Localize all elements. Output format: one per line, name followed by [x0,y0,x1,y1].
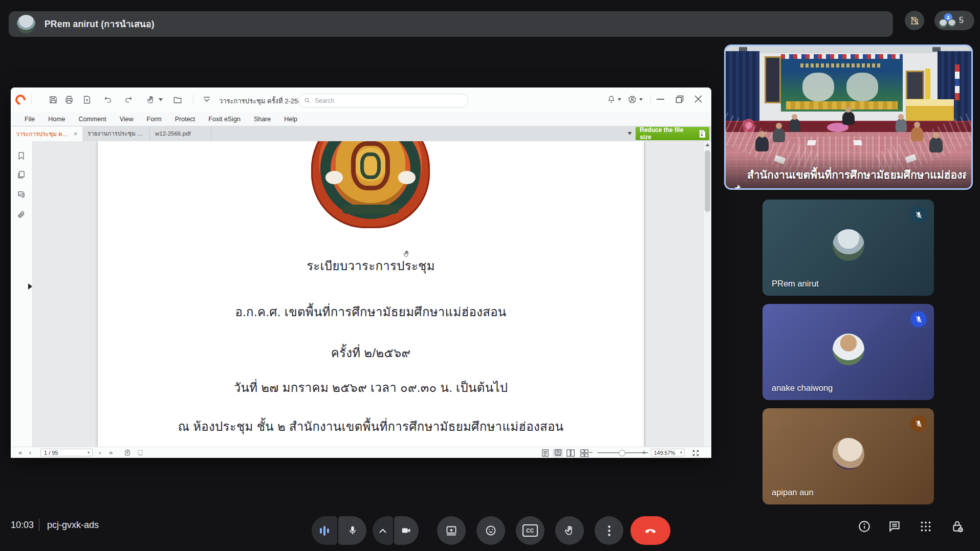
tabbar-caret-icon[interactable] [627,132,632,135]
present-screen-icon [445,524,458,537]
attachments-panel-icon[interactable] [17,210,26,219]
search-input[interactable]: Search [298,94,468,107]
zoom-caret-icon[interactable]: ▾ [680,450,682,455]
print-icon[interactable] [64,95,74,104]
video-tile-apipan-aun[interactable]: apipan aun [763,408,934,504]
menu-home[interactable]: Home [41,116,72,123]
companion-rooms-button[interactable] [905,11,924,30]
facing-view-icon[interactable] [565,449,576,457]
bookmarks-panel-icon[interactable] [17,151,26,160]
mic-toggle-button[interactable] [338,516,366,545]
host-controls-button[interactable] [951,520,964,533]
last-page-button[interactable]: » [109,449,113,456]
presentation-tile-label: สำนักงานเขตพื้นที่การศึกษามัธยมศึกษาแม่ฮ… [747,166,966,183]
menu-file[interactable]: File [18,116,41,123]
pdf-page[interactable]: ระเบียบวาระการประชุม อ.ก.ค.ศ. เขตพื้นที่… [98,141,644,447]
tab-document-2[interactable]: รายงานการประชุม ครั้งที่ 1-... [82,126,150,141]
account-icon[interactable] [628,95,637,104]
open-folder-icon[interactable] [173,95,182,104]
present-screen-button[interactable] [437,516,466,545]
tab-document-1[interactable]: วาระการประชุม ครั้งที่ 2... × [11,126,82,141]
participant-avatar-photo [947,19,956,28]
export-page-icon[interactable] [82,95,92,104]
minimize-button[interactable] [657,99,664,100]
participant-name: anake chaiwong [772,383,833,393]
more-options-button[interactable] [595,516,623,545]
chat-icon [888,520,901,533]
captions-button[interactable]: CC [516,516,545,545]
raise-hand-icon [564,525,575,536]
activities-button[interactable] [919,520,932,533]
hide-toolbar-icon[interactable] [203,96,211,102]
bell-caret-icon[interactable] [618,98,621,101]
next-page-button[interactable]: › [99,449,101,456]
zoom-out-button[interactable]: − [589,448,593,456]
chat-button[interactable] [888,520,901,533]
notification-bell-icon[interactable] [607,95,616,104]
fullscreen-icon[interactable] [690,449,701,457]
video-tile-prem-anirut[interactable]: PRem anirut [763,200,934,296]
doc-venue-line: ณ ห้องประชุม ชั้น ๒ สำนักงานเขตพื้นที่กา… [98,416,644,436]
camera-toggle-button[interactable] [394,516,419,545]
tab-document-3[interactable]: w12-2566.pdf [150,126,211,141]
save-icon[interactable] [49,95,58,104]
meeting-details-button[interactable] [858,520,871,533]
mic-muted-badge [910,311,927,327]
prev-view-icon[interactable] [122,449,133,457]
video-tile-anake-chaiwong[interactable]: anake chaiwong [763,304,934,400]
menu-foxit-esign[interactable]: Foxit eSign [202,116,247,123]
restore-button[interactable] [676,95,684,103]
reduce-file-size-button[interactable]: Reduce the file size [636,127,709,140]
first-page-button[interactable]: « [18,449,22,456]
menu-form[interactable]: Form [140,116,168,123]
close-button[interactable] [694,95,702,103]
presenter-avatar [17,15,35,33]
scroll-up-arrow[interactable] [705,143,710,146]
redo-icon[interactable] [124,95,133,104]
foxit-pdf-window: วาระการประชุม ครั้งที่ 2-2569.pdf - Foxi… [11,87,711,458]
participant-avatars-cluster [938,11,957,30]
video-tile-meeting-room[interactable]: สำนักงานเขตพื้นที่การศึกษามัธยมศึกษาแม่ฮ… [724,45,973,190]
audio-bars-icon [320,526,329,536]
facing-continuous-view-icon[interactable] [579,449,590,457]
menu-comment[interactable]: Comment [72,116,113,123]
menu-view[interactable]: View [113,116,140,123]
pdf-document-area: ระเบียบวาระการประชุม อ.ก.ค.ศ. เขตพื้นที่… [11,141,711,447]
menu-help[interactable]: Help [277,116,304,123]
hand-tool-icon[interactable] [146,95,156,104]
more-vertical-icon [608,525,611,536]
meeting-time: 10:03 [11,520,34,531]
doc-session-line: ครั้งที่ ๒/๒๕๖๙ [98,343,644,363]
undo-icon[interactable] [103,95,113,104]
vertical-scrollbar[interactable] [703,141,711,447]
hand-tool-caret-icon[interactable] [159,98,163,101]
comments-panel-icon[interactable] [17,190,26,199]
raise-hand-button[interactable] [555,516,584,545]
navigation-panel [11,141,33,447]
end-call-button[interactable] [630,516,670,545]
building-slash-icon [909,15,920,26]
expand-panel-arrow[interactable] [28,283,32,290]
scrollbar-thumb[interactable] [705,150,710,212]
mic-muted-badge [910,207,927,223]
zoom-in-button[interactable]: + [642,448,646,456]
menu-share[interactable]: Share [247,116,277,123]
reactions-button[interactable] [476,516,505,545]
participants-button[interactable]: 5 [934,11,974,30]
prev-page-button[interactable]: ‹ [29,449,31,456]
audio-activity-button[interactable] [312,516,337,545]
account-caret-icon[interactable] [639,98,643,101]
single-page-view-icon[interactable] [540,449,550,457]
doc-title-line: ระเบียบวาระการประชุม [98,256,644,276]
page-number-box[interactable]: 1 / 95 ▾ [40,449,93,456]
camera-options-button[interactable] [373,516,393,545]
zoom-level-box[interactable]: 149.57% ▾ [651,449,685,456]
continuous-view-icon[interactable] [553,449,563,457]
zoom-slider-thumb[interactable] [619,450,625,456]
menu-protect[interactable]: Protect [168,116,202,123]
tab-close-icon[interactable]: × [74,130,77,138]
pages-panel-icon[interactable] [17,170,26,179]
page-caret-icon[interactable]: ▾ [88,450,90,455]
chevron-up-icon [379,528,386,533]
next-view-icon[interactable] [135,449,145,457]
